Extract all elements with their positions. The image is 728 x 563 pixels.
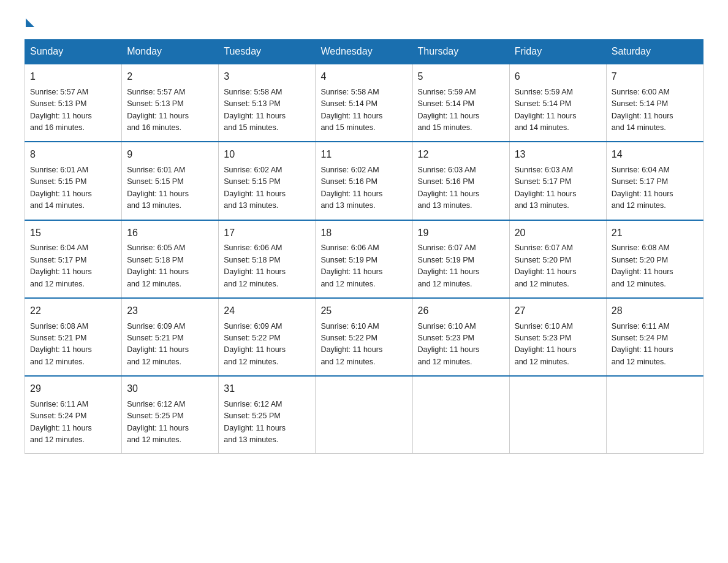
- page-header: [25, 18, 703, 27]
- day-info: Sunrise: 5:57 AMSunset: 5:13 PMDaylight:…: [127, 88, 189, 132]
- day-number: 2: [127, 69, 213, 85]
- day-cell: 23Sunrise: 6:09 AMSunset: 5:21 PMDayligh…: [122, 298, 219, 376]
- day-number: 10: [224, 147, 310, 163]
- week-row-1: 1Sunrise: 5:57 AMSunset: 5:13 PMDaylight…: [25, 64, 703, 142]
- day-info: Sunrise: 5:59 AMSunset: 5:14 PMDaylight:…: [418, 88, 480, 132]
- day-info: Sunrise: 6:12 AMSunset: 5:25 PMDaylight:…: [127, 400, 189, 444]
- day-info: Sunrise: 5:57 AMSunset: 5:13 PMDaylight:…: [30, 88, 92, 132]
- day-info: Sunrise: 6:06 AMSunset: 5:19 PMDaylight:…: [320, 243, 382, 288]
- header-cell-wednesday: Wednesday: [316, 40, 412, 64]
- day-number: 25: [320, 304, 407, 319]
- day-cell: 21Sunrise: 6:08 AMSunset: 5:20 PMDayligh…: [606, 220, 703, 298]
- day-info: Sunrise: 6:07 AMSunset: 5:19 PMDaylight:…: [418, 243, 480, 288]
- day-info: Sunrise: 6:03 AMSunset: 5:17 PMDaylight:…: [515, 166, 577, 210]
- day-cell: 29Sunrise: 6:11 AMSunset: 5:24 PMDayligh…: [25, 376, 122, 454]
- calendar-table: SundayMondayTuesdayWednesdayThursdayFrid…: [25, 39, 703, 454]
- day-info: Sunrise: 6:06 AMSunset: 5:18 PMDaylight:…: [224, 243, 286, 288]
- day-cell: 13Sunrise: 6:03 AMSunset: 5:17 PMDayligh…: [509, 142, 606, 220]
- day-cell: 7Sunrise: 6:00 AMSunset: 5:14 PMDaylight…: [606, 64, 703, 142]
- day-number: 31: [224, 381, 310, 397]
- day-number: 22: [30, 304, 116, 319]
- day-info: Sunrise: 6:01 AMSunset: 5:15 PMDaylight:…: [127, 166, 189, 210]
- day-cell: 20Sunrise: 6:07 AMSunset: 5:20 PMDayligh…: [509, 220, 606, 298]
- header-cell-friday: Friday: [509, 40, 606, 64]
- calendar-body: 1Sunrise: 5:57 AMSunset: 5:13 PMDaylight…: [25, 64, 703, 454]
- week-row-4: 22Sunrise: 6:08 AMSunset: 5:21 PMDayligh…: [25, 298, 703, 376]
- day-cell: [412, 376, 509, 454]
- day-info: Sunrise: 6:05 AMSunset: 5:18 PMDaylight:…: [127, 243, 189, 288]
- header-cell-sunday: Sunday: [25, 40, 122, 64]
- week-row-3: 15Sunrise: 6:04 AMSunset: 5:17 PMDayligh…: [25, 220, 703, 298]
- day-number: 7: [612, 69, 698, 85]
- day-info: Sunrise: 6:10 AMSunset: 5:23 PMDaylight:…: [418, 322, 480, 366]
- day-info: Sunrise: 6:08 AMSunset: 5:20 PMDaylight:…: [612, 243, 673, 288]
- day-cell: 26Sunrise: 6:10 AMSunset: 5:23 PMDayligh…: [412, 298, 509, 376]
- day-number: 15: [30, 226, 116, 241]
- day-number: 11: [320, 147, 407, 163]
- day-cell: 6Sunrise: 5:59 AMSunset: 5:14 PMDaylight…: [509, 64, 606, 142]
- day-cell: 3Sunrise: 5:58 AMSunset: 5:13 PMDaylight…: [219, 64, 316, 142]
- day-number: 18: [320, 226, 407, 241]
- calendar-header: SundayMondayTuesdayWednesdayThursdayFrid…: [25, 40, 703, 64]
- day-info: Sunrise: 6:02 AMSunset: 5:16 PMDaylight:…: [320, 166, 382, 210]
- day-number: 19: [418, 226, 504, 241]
- day-cell: 5Sunrise: 5:59 AMSunset: 5:14 PMDaylight…: [412, 64, 509, 142]
- day-cell: [509, 376, 606, 454]
- day-number: 1: [30, 69, 116, 85]
- header-cell-monday: Monday: [122, 40, 219, 64]
- header-cell-tuesday: Tuesday: [219, 40, 316, 64]
- day-number: 28: [612, 304, 698, 319]
- day-cell: [606, 376, 703, 454]
- day-info: Sunrise: 6:04 AMSunset: 5:17 PMDaylight:…: [30, 243, 92, 288]
- day-number: 14: [612, 147, 698, 163]
- day-cell: 18Sunrise: 6:06 AMSunset: 5:19 PMDayligh…: [316, 220, 412, 298]
- day-info: Sunrise: 6:07 AMSunset: 5:20 PMDaylight:…: [515, 243, 577, 288]
- header-cell-thursday: Thursday: [412, 40, 509, 64]
- header-row: SundayMondayTuesdayWednesdayThursdayFrid…: [25, 40, 703, 64]
- day-info: Sunrise: 5:59 AMSunset: 5:14 PMDaylight:…: [515, 88, 577, 132]
- day-cell: 9Sunrise: 6:01 AMSunset: 5:15 PMDaylight…: [122, 142, 219, 220]
- day-info: Sunrise: 6:01 AMSunset: 5:15 PMDaylight:…: [30, 166, 92, 210]
- day-cell: 27Sunrise: 6:10 AMSunset: 5:23 PMDayligh…: [509, 298, 606, 376]
- day-info: Sunrise: 6:04 AMSunset: 5:17 PMDaylight:…: [612, 166, 673, 210]
- day-info: Sunrise: 5:58 AMSunset: 5:14 PMDaylight:…: [320, 88, 382, 132]
- day-number: 5: [418, 69, 504, 85]
- day-number: 12: [418, 147, 504, 163]
- day-number: 23: [127, 304, 213, 319]
- day-number: 8: [30, 147, 116, 163]
- day-number: 4: [320, 69, 407, 85]
- day-number: 6: [515, 69, 601, 85]
- day-info: Sunrise: 6:09 AMSunset: 5:22 PMDaylight:…: [224, 322, 286, 366]
- day-info: Sunrise: 6:10 AMSunset: 5:23 PMDaylight:…: [515, 322, 577, 366]
- day-number: 3: [224, 69, 310, 85]
- day-cell: 31Sunrise: 6:12 AMSunset: 5:25 PMDayligh…: [219, 376, 316, 454]
- day-info: Sunrise: 6:09 AMSunset: 5:21 PMDaylight:…: [127, 322, 189, 366]
- day-number: 17: [224, 226, 310, 241]
- week-row-2: 8Sunrise: 6:01 AMSunset: 5:15 PMDaylight…: [25, 142, 703, 220]
- day-number: 26: [418, 304, 504, 319]
- day-cell: 28Sunrise: 6:11 AMSunset: 5:24 PMDayligh…: [606, 298, 703, 376]
- day-info: Sunrise: 6:10 AMSunset: 5:22 PMDaylight:…: [320, 322, 382, 366]
- day-number: 20: [515, 226, 601, 241]
- day-cell: 16Sunrise: 6:05 AMSunset: 5:18 PMDayligh…: [122, 220, 219, 298]
- day-cell: 25Sunrise: 6:10 AMSunset: 5:22 PMDayligh…: [316, 298, 412, 376]
- day-cell: 1Sunrise: 5:57 AMSunset: 5:13 PMDaylight…: [25, 64, 122, 142]
- day-cell: 24Sunrise: 6:09 AMSunset: 5:22 PMDayligh…: [219, 298, 316, 376]
- day-cell: 11Sunrise: 6:02 AMSunset: 5:16 PMDayligh…: [316, 142, 412, 220]
- day-cell: 14Sunrise: 6:04 AMSunset: 5:17 PMDayligh…: [606, 142, 703, 220]
- day-number: 27: [515, 304, 601, 319]
- day-cell: 17Sunrise: 6:06 AMSunset: 5:18 PMDayligh…: [219, 220, 316, 298]
- day-info: Sunrise: 5:58 AMSunset: 5:13 PMDaylight:…: [224, 88, 286, 132]
- day-number: 24: [224, 304, 310, 319]
- day-cell: [316, 376, 412, 454]
- day-info: Sunrise: 6:02 AMSunset: 5:15 PMDaylight:…: [224, 166, 286, 210]
- day-info: Sunrise: 6:12 AMSunset: 5:25 PMDaylight:…: [224, 400, 286, 444]
- logo-arrow-icon: [26, 18, 34, 27]
- header-cell-saturday: Saturday: [606, 40, 703, 64]
- day-cell: 12Sunrise: 6:03 AMSunset: 5:16 PMDayligh…: [412, 142, 509, 220]
- day-number: 29: [30, 381, 116, 397]
- day-info: Sunrise: 6:11 AMSunset: 5:24 PMDaylight:…: [30, 400, 92, 444]
- day-cell: 4Sunrise: 5:58 AMSunset: 5:14 PMDaylight…: [316, 64, 412, 142]
- day-info: Sunrise: 6:11 AMSunset: 5:24 PMDaylight:…: [612, 322, 673, 366]
- day-number: 16: [127, 226, 213, 241]
